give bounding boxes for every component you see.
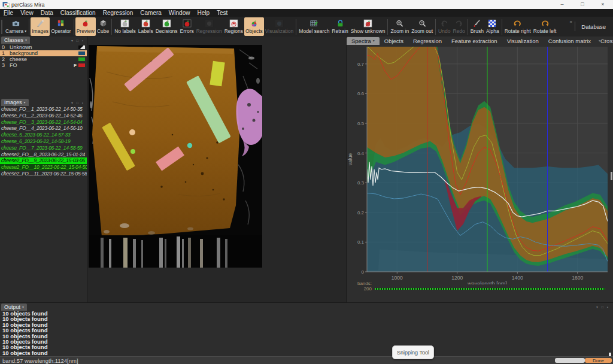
output-panel-corner-icons[interactable]: ▾ □ ▪	[596, 305, 609, 309]
tab-visualization[interactable]: Visualization	[502, 37, 544, 45]
camera-icon	[11, 19, 20, 28]
class-index: 1	[2, 50, 10, 56]
image-list-item[interactable]: cheese2_FO__11_2023-06-22_15-05-58	[0, 171, 87, 177]
resize-nub[interactable]	[609, 353, 611, 356]
show-unknown-icon	[363, 19, 372, 28]
images-panel-header[interactable]: Images▾	[1, 99, 29, 106]
classes-panel-corner-icons[interactable]: ▾ □ ▪	[71, 38, 84, 43]
menu-test[interactable]: Test	[213, 9, 231, 17]
rotate-right-button[interactable]: Rotate right	[503, 17, 532, 36]
bands-selector-strip[interactable]	[375, 288, 605, 290]
app-logo-icon	[2, 1, 10, 8]
toolbar-overflow-icon[interactable]: »	[570, 19, 572, 25]
camera-button[interactable]: Camera▾	[4, 17, 28, 36]
tab-regression[interactable]: Regression	[408, 37, 447, 45]
class-row-unknown[interactable]: 0Unknown	[0, 44, 87, 50]
scrollbar-thumb[interactable]	[611, 172, 612, 180]
snipping-tool-button[interactable]: Snipping Tool	[392, 345, 434, 359]
class-color-swatch[interactable]	[78, 51, 85, 55]
tab-spectra[interactable]: Spectra▾	[347, 37, 380, 45]
menu-file[interactable]: File	[0, 9, 17, 17]
images-panel-corner-icons[interactable]: ▾ □ ▪	[71, 101, 84, 105]
tab-objects[interactable]: Objects	[380, 37, 408, 45]
class-index: 0	[2, 44, 10, 50]
images-button[interactable]: Images	[31, 17, 50, 36]
image-list-item[interactable]: cheese_FO__3_2023-06-22_14-54-04	[0, 119, 87, 126]
labels-button[interactable]: Labels	[137, 17, 154, 36]
class-color-swatch[interactable]	[78, 57, 85, 61]
toolbar-separator	[296, 19, 296, 35]
spectra-plot[interactable]: 00.10.20.30.40.50.60.71000120014001600wa…	[347, 45, 613, 284]
menu-data[interactable]: Data	[37, 9, 57, 17]
menu-view[interactable]: View	[17, 9, 37, 17]
image-list-item[interactable]: cheese_FO__7_2023-06-22_14-58-59	[0, 145, 87, 151]
class-color-swatch[interactable]	[78, 63, 85, 67]
image-list-item[interactable]: cheese_5_2023-06-22_14-57-33	[0, 132, 87, 138]
zoom-in-button[interactable]: Zoom in	[389, 17, 410, 36]
class-row-fo[interactable]: 3FOF	[0, 62, 87, 68]
image-list-item[interactable]: cheese2_FO__8_2023-06-22_15-01-24	[0, 151, 87, 158]
errors-button[interactable]: Errors	[179, 17, 195, 36]
database-button[interactable]: Database	[576, 20, 611, 32]
svg-text:0.3: 0.3	[357, 180, 365, 186]
preview-button[interactable]: Preview	[75, 17, 96, 36]
image-list-item[interactable]: cheese_FO__4_2023-06-22_14-56-10	[0, 125, 87, 132]
toolbar-button-label: Camera▾	[5, 28, 26, 35]
image-list-item[interactable]: cheese_FO__1_2023-06-22_14-50-35	[0, 106, 87, 113]
menu-help[interactable]: Help	[193, 9, 213, 17]
toolbar-drag-handle[interactable]	[1, 20, 2, 34]
operator-button[interactable]: Operator	[50, 17, 72, 36]
toolbar-button-label: Brush	[471, 28, 484, 35]
regions-button[interactable]: Regions	[223, 17, 244, 36]
maximize-icon[interactable]: □	[572, 0, 593, 9]
class-index: 2	[2, 56, 10, 62]
image-list-item[interactable]: cheese2_FO__10_2023-06-22_15-04-50	[0, 164, 87, 171]
toolbar-button-label: Show unknown	[351, 28, 386, 35]
classes-panel-header[interactable]: Classes▾	[1, 37, 30, 44]
output-log: 10 objects found10 objects found10 objec…	[2, 311, 47, 356]
no-labels-button[interactable]: No labels	[113, 17, 136, 36]
objects-button[interactable]: Objects	[244, 17, 264, 36]
retrain-button[interactable]: Retrain	[330, 17, 349, 36]
svg-text:0.1: 0.1	[357, 239, 365, 245]
toolbar-button-label: Errors	[180, 28, 194, 35]
rotate-left-button[interactable]: Rotate left	[532, 17, 558, 36]
toolbar-button-label: Zoom in	[390, 28, 409, 35]
image-viewport[interactable]	[87, 37, 346, 302]
class-row-cheese[interactable]: 2cheese	[0, 56, 87, 62]
toolbar-button-label: Rotate right	[505, 28, 531, 35]
images-panel-title: Images	[4, 99, 22, 106]
decisions-button[interactable]: Decisions	[154, 17, 179, 36]
brush-icon	[472, 19, 481, 28]
image-list-item[interactable]: cheese2_FO__9_2023-06-22_15-03-06	[0, 157, 87, 164]
cube-button[interactable]: Cube	[96, 17, 110, 36]
show-unknown-button[interactable]: Show unknown	[350, 17, 387, 36]
toolbar-button-label: Preview	[77, 28, 95, 35]
no-labels-icon	[120, 19, 129, 28]
minimize-icon[interactable]: –	[552, 0, 572, 9]
alpha-button[interactable]: Alpha	[485, 17, 500, 36]
model-search-button[interactable]: Model search	[298, 17, 330, 36]
image-list-item[interactable]: cheese_FO__2_2023-06-22_14-52-46	[0, 113, 87, 119]
spectra-panel-corner-icons[interactable]: ▾ □ ▪	[599, 38, 612, 43]
class-row-background[interactable]: 1background	[0, 50, 87, 56]
close-icon[interactable]: ×	[593, 0, 613, 9]
menu-window[interactable]: Window	[165, 9, 194, 17]
brush-button[interactable]: Brush	[469, 17, 485, 36]
menu-bar: FileViewDataClassificationRegressionCame…	[0, 9, 613, 17]
tab-confusion-matrix[interactable]: Confusion matrix	[544, 37, 596, 45]
toolbar-button-label: Alpha	[486, 28, 499, 35]
chevron-down-icon: ▾	[24, 99, 26, 106]
menu-regression[interactable]: Regression	[99, 9, 137, 17]
menu-classification[interactable]: Classification	[57, 9, 99, 17]
visualization-button: Visualization	[264, 17, 295, 36]
zoom-out-button[interactable]: Zoom out	[410, 17, 434, 36]
undo-button: Undo	[437, 17, 451, 36]
tab-feature-extraction[interactable]: Feature extraction	[447, 37, 502, 45]
toolbar-button-label: Regions	[224, 28, 243, 35]
menu-camera[interactable]: Camera	[136, 9, 165, 17]
class-color-swatch[interactable]	[78, 46, 85, 49]
toolbar-button-label: Labels	[138, 28, 153, 35]
title-bar: perClass Mira – □ ×	[0, 0, 613, 9]
image-list-item[interactable]: cheese_6_2023-06-22_14-58-19	[0, 138, 87, 145]
